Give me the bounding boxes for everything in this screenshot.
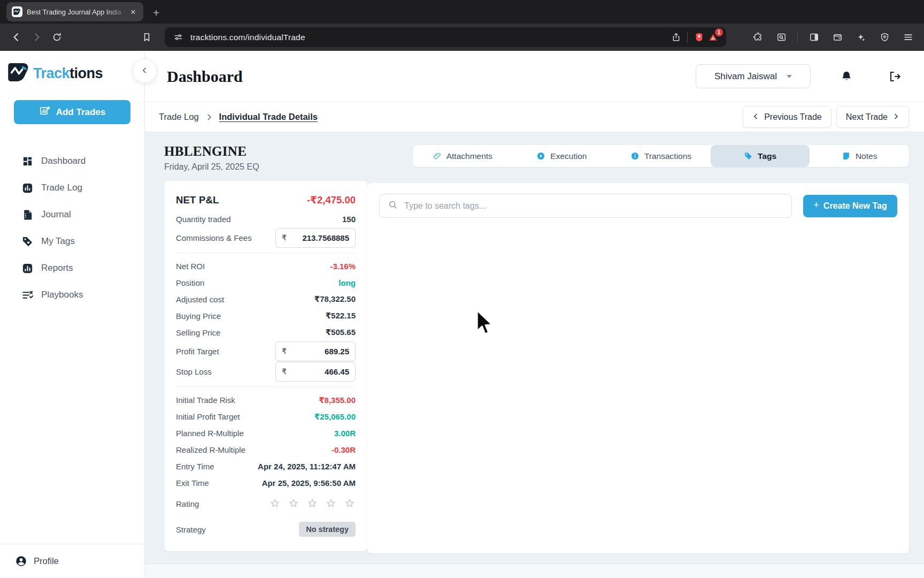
rewards-triangle-icon[interactable]: 1 — [706, 31, 720, 44]
person-icon — [15, 555, 27, 567]
stat-value: ₹78,322.50 — [314, 294, 356, 304]
stat-input[interactable]: ₹ 689.25 — [275, 341, 356, 361]
url-bar[interactable]: tracktions.com/individualTrade 1 — [165, 27, 726, 47]
side-panel-icon[interactable] — [805, 29, 822, 46]
vpn-shield-icon[interactable] — [876, 29, 893, 46]
sidebar-item-profile[interactable]: Profile — [0, 544, 144, 578]
sidebar-item[interactable]: Trade Log — [0, 174, 144, 201]
notification-badge: 1 — [715, 28, 723, 36]
notifications-bell-icon[interactable] — [838, 69, 854, 85]
sidebar-item[interactable]: My Tags — [0, 228, 144, 255]
bookmark-icon[interactable] — [138, 29, 155, 46]
stat-label: Planned R-Multiple — [176, 429, 244, 438]
brand-name: Tracktions — [33, 65, 103, 82]
page-title: Dashboard — [167, 67, 243, 86]
trade-nav-buttons: Previous Trade Next Trade — [743, 106, 909, 128]
stat-row: NET P&L -₹2,475.00 -₹2,475.00 — [176, 189, 356, 211]
leo-ai-icon[interactable] — [852, 29, 869, 46]
search-window-icon[interactable] — [773, 29, 790, 46]
wallet-icon[interactable] — [829, 29, 846, 46]
logout-icon[interactable] — [887, 69, 903, 85]
stat-row: Quantity traded 150 150 — [176, 211, 356, 227]
sidebar-nav: Dashboard Trade Log Journal My T — [0, 148, 144, 308]
tab-label: Tags — [758, 151, 776, 161]
next-trade-button[interactable]: Next Trade — [836, 106, 909, 128]
tags-search-input[interactable] — [404, 201, 783, 211]
breadcrumb-current[interactable]: Individual Trade Details — [219, 112, 318, 122]
breadcrumb-parent[interactable]: Trade Log — [159, 112, 199, 122]
trade-tab[interactable]: Transactions — [611, 145, 711, 167]
stat-label: Stop Loss — [176, 367, 212, 376]
reports-icon — [21, 262, 34, 275]
user-dropdown[interactable]: Shivam Jaiswal — [696, 64, 811, 88]
strategy-chip: No strategy — [299, 522, 356, 537]
sidebar-item[interactable]: Journal — [0, 201, 144, 228]
content: HBLENGINE Friday, April 25, 2025 EQ NET … — [145, 132, 924, 564]
bottom-strip — [145, 564, 924, 578]
stat-value: 3.00R — [334, 429, 356, 438]
star-icon[interactable] — [306, 498, 318, 509]
trade-tab[interactable]: Notes — [810, 145, 909, 167]
sidebar-collapse-button[interactable] — [133, 59, 157, 83]
plus-icon: + — [813, 200, 819, 211]
star-icon[interactable] — [325, 498, 337, 509]
back-icon[interactable] — [7, 29, 25, 46]
stat-row: Planned R-Multiple 3.00R 3.00R — [176, 425, 356, 442]
rupee-symbol: ₹ — [282, 347, 287, 355]
star-icon[interactable] — [269, 498, 281, 509]
sidebar-item[interactable]: Dashboard — [0, 148, 144, 174]
extensions-icon[interactable] — [749, 29, 766, 46]
stat-row: Profit Target 689.25 ₹ 689.25 — [176, 341, 356, 361]
stat-input[interactable]: ₹ 213.7568885 — [275, 228, 356, 248]
menu-icon[interactable] — [899, 29, 917, 46]
star-icon[interactable] — [344, 498, 356, 509]
sidebar-item[interactable]: Reports — [0, 255, 144, 282]
url-text: tracktions.com/individualTrade — [190, 33, 305, 42]
stat-row: Entry Time Apr 24, 2025, 11:12:47 AM Apr… — [176, 458, 356, 475]
stat-input[interactable]: ₹ 466.45 — [275, 362, 356, 382]
rating-label: Rating — [176, 499, 199, 508]
site-settings-icon[interactable] — [171, 31, 185, 44]
browser-tab-strip: Best Trading Journal App India ✕ + — [0, 0, 924, 24]
trade-tab[interactable]: Attachments — [413, 145, 512, 167]
playbooks-icon — [21, 289, 34, 301]
chart-plus-icon — [39, 105, 51, 119]
stat-row: Selling Price ₹505.65 ₹505.65 — [176, 324, 356, 341]
breadcrumb: Trade Log Individual Trade Details Previ… — [145, 102, 924, 132]
stat-label: Net ROI — [176, 262, 205, 271]
stat-value: -0.30R — [332, 445, 356, 454]
trade-tab[interactable]: Tags — [711, 145, 810, 167]
browser-tab[interactable]: Best Trading Journal App India ✕ — [6, 2, 143, 21]
brave-shield-icon[interactable] — [692, 31, 706, 44]
stat-label: Position — [176, 278, 204, 287]
urlbar-divider — [687, 32, 688, 43]
stat-row — [176, 386, 356, 387]
previous-trade-button[interactable]: Previous Trade — [743, 106, 831, 128]
tab-close-icon[interactable]: ✕ — [128, 7, 138, 17]
sidebar-item[interactable]: Playbooks — [0, 282, 144, 308]
tab-label: Transactions — [644, 151, 691, 161]
share-icon[interactable] — [669, 31, 683, 44]
new-tab-button[interactable]: + — [153, 7, 159, 18]
stat-label: NET P&L — [176, 194, 219, 206]
browser-toolbar: tracktions.com/individualTrade 1 — [0, 24, 924, 51]
tags-panel: + Create New Tag — [367, 183, 909, 553]
tags-search-box[interactable] — [379, 194, 792, 218]
add-trades-button[interactable]: Add Trades — [14, 100, 130, 124]
search-icon — [388, 200, 398, 212]
create-new-tag-button[interactable]: + Create New Tag — [803, 195, 897, 217]
caret-down-icon — [787, 75, 792, 78]
star-icon[interactable] — [288, 498, 299, 509]
forward-icon[interactable] — [28, 29, 45, 46]
trade-symbol: HBLENGINE — [164, 144, 367, 159]
trade-tabs: Attachments Execution Transactions — [413, 145, 909, 167]
stat-row: Exit Time Apr 25, 2025, 9:56:50 AM Apr 2… — [176, 475, 356, 491]
reload-icon[interactable] — [48, 29, 65, 46]
stat-label: Exit Time — [176, 478, 209, 488]
journal-icon — [21, 209, 34, 221]
stat-value: ₹505.65 — [326, 328, 356, 337]
trade-log-icon — [21, 182, 34, 194]
trade-detail-column: Attachments Execution Transactions — [367, 144, 909, 564]
stat-label: Realized R-Multiple — [176, 445, 245, 454]
trade-tab[interactable]: Execution — [512, 145, 612, 167]
